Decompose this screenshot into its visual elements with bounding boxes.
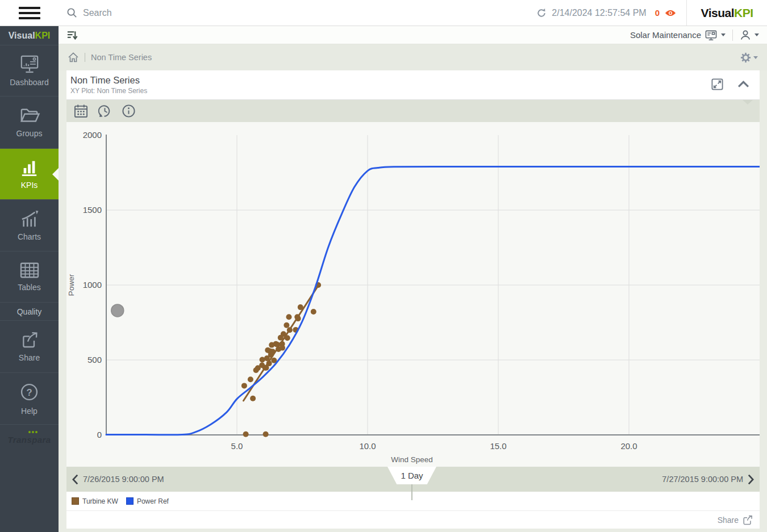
sidebar-item-dashboard[interactable]: Dashboard (0, 45, 59, 97)
svg-text:?: ? (26, 387, 32, 398)
gear-icon (740, 52, 751, 63)
sidebar-item-help[interactable]: ? Help (0, 373, 59, 425)
sidebar-logo: VisualKPI (0, 26, 59, 45)
time-range-tick (411, 484, 412, 500)
legend-swatch-power-ref (126, 497, 134, 505)
watch-eye-icon[interactable] (665, 9, 676, 17)
transpara-dots (28, 431, 37, 433)
chart-legend: Turbine KW Power Ref (66, 492, 760, 511)
profile-caret-icon (721, 33, 726, 36)
chevron-right-icon (748, 474, 754, 485)
info-button[interactable] (122, 104, 136, 118)
sidebar-nav: VisualKPI Dashboard Groups KPIs Charts T… (0, 26, 59, 532)
divider (732, 30, 733, 41)
svg-text:5.0: 5.0 (231, 441, 243, 451)
breadcrumb-separator (85, 53, 85, 62)
user-caret-icon (755, 33, 759, 36)
breadcrumb-page: Non Time Series (91, 53, 152, 62)
sidebar-item-groups[interactable]: Groups (0, 97, 59, 149)
svg-text:10.0: 10.0 (359, 441, 376, 451)
svg-text:2000: 2000 (83, 130, 102, 140)
collapse-chevron-icon[interactable] (737, 81, 749, 88)
sort-icon[interactable] (66, 30, 78, 41)
calendar-button[interactable] (74, 104, 88, 118)
svg-text:0: 0 (97, 430, 102, 439)
time-range-end[interactable]: 7/27/2015 9:00:00 PM (662, 474, 754, 485)
history-button[interactable] (98, 104, 112, 118)
dashboard-icon (18, 55, 41, 74)
profile-name: Solar Maintenance (630, 30, 701, 40)
svg-text:500: 500 (87, 355, 102, 365)
sidebar-item-charts[interactable]: Charts (0, 200, 59, 252)
fullscreen-icon[interactable] (711, 78, 724, 91)
top-bar: 2/14/2024 12:57:54 PM 0 VisualKPI (0, 0, 767, 26)
time-range-start[interactable]: 7/26/2015 9:00:00 PM (72, 474, 164, 485)
search-input[interactable] (83, 8, 310, 18)
xy-plot[interactable]: 05001000150020005.010.015.020.0Wind Spee… (66, 122, 760, 467)
help-icon: ? (19, 382, 40, 403)
legend-swatch-turbine-kw (72, 497, 79, 505)
gear-caret-icon (753, 56, 758, 59)
table-icon (18, 262, 41, 279)
share-icon (19, 331, 40, 349)
time-range-selector[interactable]: 1 Day (387, 467, 436, 484)
svg-text:1500: 1500 (83, 205, 102, 215)
history-icon (98, 104, 112, 118)
content-gutter: Non Time Series XY Plot: Non Time Series (59, 70, 767, 532)
page-settings[interactable] (740, 52, 758, 63)
chart-toolbar (66, 100, 760, 122)
svg-text:Wind Speed: Wind Speed (391, 455, 433, 464)
sidebar-item-kpis[interactable]: KPIs (0, 149, 59, 200)
search-icon (66, 7, 77, 18)
panel-notch (743, 100, 753, 104)
profile-bar: Solar Maintenance (59, 26, 767, 44)
kpi-panel: Non Time Series XY Plot: Non Time Series (66, 70, 760, 529)
refresh-status: 2/14/2024 12:57:54 PM 0 (536, 0, 686, 26)
search-bar (59, 0, 536, 26)
panel-subtitle: XY Plot: Non Time Series (70, 87, 760, 95)
refresh-icon[interactable] (536, 8, 547, 18)
time-navigation-bar: 7/26/2015 9:00:00 PM 1 Day 7/27/2015 9:0… (66, 467, 760, 492)
transpara-logo: Transpara (0, 435, 59, 445)
user-menu[interactable] (740, 30, 759, 41)
info-icon (122, 104, 136, 118)
legend-item-power-ref[interactable]: Power Ref (126, 497, 169, 505)
xy-plot-svg: 05001000150020005.010.015.020.0Wind Spee… (66, 122, 760, 467)
calendar-icon (74, 104, 88, 118)
bar-chart-icon (19, 158, 40, 177)
sidebar-item-tables[interactable]: Tables (0, 252, 59, 303)
sidebar-item-share[interactable]: Share (0, 321, 59, 373)
visualkpi-logo: VisualKPI (686, 0, 767, 26)
share-link[interactable]: Share (718, 516, 739, 525)
hamburger-menu-button[interactable] (0, 0, 59, 26)
profile-monitor-icon (705, 30, 717, 41)
home-icon[interactable] (68, 52, 79, 62)
svg-text:Power: Power (67, 274, 76, 296)
legend-item-turbine-kw[interactable]: Turbine KW (72, 497, 118, 505)
folder-icon (18, 107, 41, 125)
user-icon (740, 30, 751, 41)
last-refresh-timestamp: 2/14/2024 12:57:54 PM (552, 8, 646, 18)
alert-count[interactable]: 0 (655, 8, 660, 18)
visualkpi-app: 2/14/2024 12:57:54 PM 0 VisualKPI Visual… (0, 0, 767, 532)
panel-title: Non Time Series (70, 75, 760, 86)
breadcrumb: Non Time Series (59, 44, 767, 70)
chevron-left-icon (72, 474, 78, 485)
panel-header: Non Time Series XY Plot: Non Time Series (66, 70, 760, 100)
sidebar-item-quality[interactable]: Quality (0, 303, 59, 321)
svg-text:20.0: 20.0 (620, 441, 637, 451)
svg-text:15.0: 15.0 (490, 441, 506, 451)
trend-chart-icon (19, 210, 40, 228)
share-export-icon[interactable] (743, 515, 753, 525)
hamburger-icon (19, 7, 40, 19)
svg-text:1000: 1000 (83, 280, 102, 290)
share-row: Share (66, 511, 760, 529)
profile-selector[interactable]: Solar Maintenance (630, 30, 726, 41)
